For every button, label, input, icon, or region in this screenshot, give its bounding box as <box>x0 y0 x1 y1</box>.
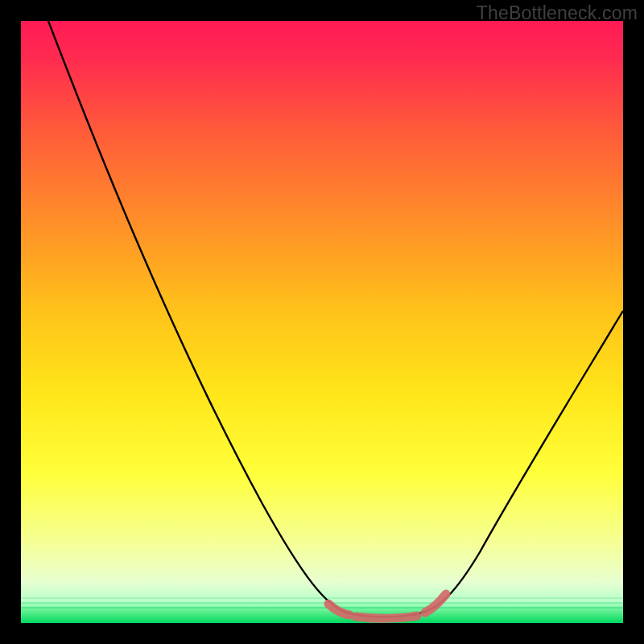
chart-frame: TheBottleneck.com <box>0 0 644 644</box>
plot-area <box>21 21 623 623</box>
optimal-zone-highlight <box>328 594 446 618</box>
bottleneck-curve <box>21 21 623 623</box>
curve-path <box>48 21 623 617</box>
watermark-text: TheBottleneck.com <box>477 2 638 24</box>
